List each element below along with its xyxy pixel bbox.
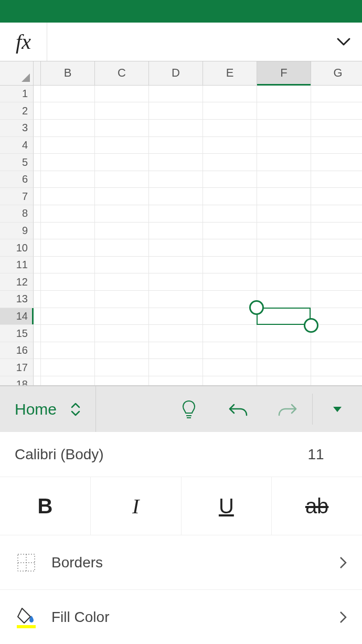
row-header-4[interactable]: 4	[0, 137, 34, 154]
cell[interactable]	[95, 291, 149, 308]
cell[interactable]	[41, 137, 95, 154]
fill-color-row[interactable]: Fill Color	[0, 589, 362, 644]
cell[interactable]	[203, 223, 257, 240]
cell[interactable]	[95, 308, 149, 325]
cell[interactable]	[257, 273, 311, 291]
cell[interactable]	[95, 257, 149, 274]
cell[interactable]	[149, 376, 203, 385]
cell[interactable]	[203, 359, 257, 376]
cell[interactable]	[257, 154, 311, 171]
row-header-9[interactable]: 9	[0, 223, 34, 240]
cell[interactable]	[41, 342, 95, 360]
cell[interactable]	[95, 171, 149, 188]
cell[interactable]	[95, 223, 149, 240]
undo-button[interactable]	[214, 386, 263, 432]
fx-button[interactable]: fx	[0, 23, 47, 61]
column-header-C[interactable]: C	[95, 61, 149, 85]
cell[interactable]	[34, 102, 41, 120]
select-all-corner[interactable]	[0, 61, 34, 85]
cell[interactable]	[95, 273, 149, 291]
cell[interactable]	[95, 102, 149, 120]
cell[interactable]	[95, 137, 149, 154]
cell[interactable]	[41, 120, 95, 137]
cell[interactable]	[149, 273, 203, 291]
cell[interactable]	[311, 205, 362, 223]
cell[interactable]	[311, 171, 362, 188]
cell[interactable]	[34, 239, 41, 257]
cell[interactable]	[41, 205, 95, 223]
italic-button[interactable]: I	[90, 477, 181, 535]
cell[interactable]	[149, 239, 203, 257]
column-header-F[interactable]: F	[257, 61, 311, 85]
cell[interactable]	[257, 291, 311, 308]
selection-handle-bottom-right[interactable]	[304, 318, 318, 333]
cell[interactable]	[257, 205, 311, 223]
cell[interactable]	[257, 359, 311, 376]
cell[interactable]	[257, 257, 311, 274]
cell[interactable]	[149, 291, 203, 308]
cell[interactable]	[34, 257, 41, 274]
grid-body[interactable]: 1 2 3 4 5 6 7 8 9 10 11 12 13 14 15 16 1…	[0, 86, 362, 385]
cell[interactable]	[34, 376, 41, 385]
row-header-6[interactable]: 6	[0, 171, 34, 188]
cell[interactable]	[203, 137, 257, 154]
cell[interactable]	[41, 86, 95, 103]
font-size-selector[interactable]: 11	[284, 446, 347, 463]
cell[interactable]	[311, 154, 362, 171]
cell[interactable]	[257, 120, 311, 137]
row-header-18[interactable]: 18	[0, 376, 34, 385]
cell[interactable]	[203, 257, 257, 274]
cell[interactable]	[34, 291, 41, 308]
cell[interactable]	[149, 188, 203, 205]
cell[interactable]	[203, 188, 257, 205]
cell[interactable]	[257, 239, 311, 257]
row-header-17[interactable]: 17	[0, 359, 34, 376]
redo-button[interactable]	[263, 386, 312, 432]
row-header-10[interactable]: 10	[0, 239, 34, 257]
cell[interactable]	[149, 86, 203, 103]
cell[interactable]	[34, 154, 41, 171]
cell[interactable]	[311, 325, 362, 342]
cell[interactable]	[34, 171, 41, 188]
cell[interactable]	[311, 86, 362, 103]
cell[interactable]	[149, 154, 203, 171]
cell[interactable]	[41, 239, 95, 257]
cell[interactable]	[34, 188, 41, 205]
cell[interactable]	[149, 102, 203, 120]
cell[interactable]	[149, 171, 203, 188]
cell[interactable]	[149, 308, 203, 325]
more-menu-button[interactable]	[313, 386, 362, 432]
cell[interactable]	[41, 223, 95, 240]
cell[interactable]	[203, 154, 257, 171]
cell[interactable]	[34, 342, 41, 360]
cell[interactable]	[257, 342, 311, 360]
cell[interactable]	[311, 223, 362, 240]
cell[interactable]	[311, 257, 362, 274]
column-header-B[interactable]: B	[41, 61, 95, 85]
cell[interactable]	[311, 273, 362, 291]
cell[interactable]	[95, 188, 149, 205]
cell[interactable]	[257, 376, 311, 385]
cell[interactable]	[203, 171, 257, 188]
cell[interactable]	[311, 376, 362, 385]
cell[interactable]	[34, 137, 41, 154]
borders-row[interactable]: Borders	[0, 535, 362, 589]
cell[interactable]	[41, 325, 95, 342]
cell[interactable]	[41, 257, 95, 274]
row-header-2[interactable]: 2	[0, 102, 34, 120]
cell[interactable]	[257, 188, 311, 205]
cell[interactable]	[95, 205, 149, 223]
cell[interactable]	[203, 342, 257, 360]
cell[interactable]	[34, 325, 41, 342]
row-header-1[interactable]: 1	[0, 86, 34, 103]
cell[interactable]	[311, 342, 362, 360]
row-header-12[interactable]: 12	[0, 273, 34, 291]
cell[interactable]	[149, 257, 203, 274]
cell[interactable]	[34, 273, 41, 291]
cell[interactable]	[41, 188, 95, 205]
cell[interactable]	[149, 342, 203, 360]
column-header-D[interactable]: D	[149, 61, 203, 85]
cell[interactable]	[203, 102, 257, 120]
cell[interactable]	[203, 308, 257, 325]
selection-handle-top-left[interactable]	[249, 300, 264, 315]
